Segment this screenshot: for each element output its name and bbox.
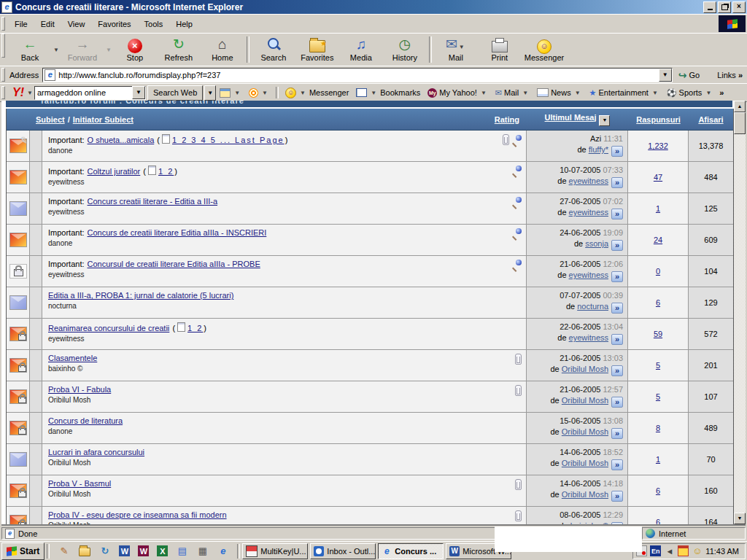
highlight-button[interactable]: ▼: [249, 88, 269, 98]
thread-title-link[interactable]: O shueta...amicala: [88, 136, 155, 144]
replies-count-link[interactable]: 1: [656, 455, 660, 464]
scroll-down-button[interactable]: ▼: [734, 513, 746, 524]
last-poster-link[interactable]: fluffy*: [589, 145, 608, 154]
wordpad-shortcut-icon[interactable]: W: [138, 545, 149, 556]
close-button[interactable]: ×: [732, 1, 746, 13]
minimize-button[interactable]: [703, 1, 716, 13]
goto-last-post-icon[interactable]: »: [611, 428, 623, 439]
replies-count-link[interactable]: 1: [656, 204, 660, 213]
word-shortcut-icon[interactable]: W: [119, 545, 130, 556]
yahoo-mail-item[interactable]: ✉Mail▼: [495, 88, 530, 98]
language-indicator[interactable]: En: [650, 545, 661, 556]
goto-last-post-icon[interactable]: »: [611, 146, 623, 157]
mail-button[interactable]: ✉▼ Mail: [434, 34, 478, 66]
sort-direction-icon[interactable]: ▼: [599, 115, 610, 126]
yahoo-bookmarks-item[interactable]: ▼Bookmarks: [356, 88, 420, 97]
yahoo-search-dropdown[interactable]: ▼: [132, 86, 145, 99]
goto-last-post-icon[interactable]: »: [611, 365, 623, 376]
goto-last-post-icon[interactable]: »: [611, 177, 623, 188]
favorites-button[interactable]: ★ Favorites: [295, 34, 339, 66]
restore-button[interactable]: [718, 1, 731, 13]
yahoo-sports-item[interactable]: ⚽Sports▼: [667, 88, 713, 98]
toolbar-grip[interactable]: [1, 34, 5, 58]
menu-view[interactable]: View: [61, 18, 92, 31]
history-button[interactable]: ◷ History: [383, 34, 427, 66]
toolbar-grip[interactable]: [1, 68, 5, 81]
vertical-scrollbar[interactable]: ▲ ▼: [734, 101, 746, 524]
thread-title-link[interactable]: Reanimarea concursului de creatii: [48, 324, 169, 332]
last-poster-link[interactable]: Oribilul Mosh: [562, 490, 608, 499]
display-tray-icon[interactable]: [678, 545, 689, 556]
print-button[interactable]: Print: [478, 34, 522, 66]
volume-icon[interactable]: ◄: [664, 545, 675, 556]
address-input[interactable]: e http://www.fanclub.ro/forumdisplay.php…: [42, 68, 672, 82]
last-poster-link[interactable]: eyewitness: [569, 271, 608, 279]
replies-count-link[interactable]: 5: [656, 361, 660, 370]
last-poster-link[interactable]: Oribilul Mosh: [562, 427, 608, 436]
page-links[interactable]: 1 2: [187, 324, 203, 332]
replies-count-link[interactable]: 59: [654, 330, 662, 338]
replies-count-link[interactable]: 6: [656, 486, 660, 495]
yahoo-search-input[interactable]: armageddon online ▼: [34, 86, 146, 100]
page-links[interactable]: 1 2 3 4 5 ... Last Page: [172, 136, 285, 144]
last-poster-link[interactable]: ssonja: [585, 239, 608, 248]
forward-dropdown[interactable]: ▼: [106, 47, 112, 53]
folder-shortcut-icon[interactable]: [78, 545, 90, 557]
thread-title-link[interactable]: Proba VI - Fabula: [48, 385, 111, 394]
yahoo-news-item[interactable]: News▼: [537, 88, 581, 97]
toolbar-grip[interactable]: [1, 17, 5, 31]
goto-last-post-icon[interactable]: »: [611, 240, 623, 251]
thread-title-link[interactable]: Concurs de literatura: [48, 416, 123, 425]
search-web-button[interactable]: Search Web: [147, 85, 203, 101]
yahoo-entertainment-item[interactable]: ★Entertainment▼: [589, 88, 659, 98]
ie-shortcut-icon[interactable]: e: [217, 545, 229, 557]
task-button-ie-concurs[interactable]: e Concurs ...: [378, 543, 444, 559]
menu-tools[interactable]: Tools: [138, 18, 170, 31]
yahoo-logo-dropdown[interactable]: ▼: [27, 90, 33, 96]
back-dropdown[interactable]: ▼: [53, 47, 59, 53]
stop-button[interactable]: × Stop: [113, 34, 157, 66]
toolbar-grip[interactable]: [1, 86, 5, 100]
menu-edit[interactable]: Edit: [34, 18, 61, 31]
links-chevron[interactable]: »: [738, 71, 743, 79]
sort-views-link[interactable]: Afisari: [698, 115, 723, 124]
thread-title-link[interactable]: Lucrari in afara concursului: [48, 448, 144, 456]
yahoo-overflow-chevron[interactable]: »: [719, 88, 724, 97]
customize-button[interactable]: ▼: [220, 88, 241, 98]
excel-shortcut-icon[interactable]: X: [157, 545, 168, 556]
last-poster-link[interactable]: nocturna: [577, 302, 608, 311]
sort-rating-link[interactable]: Rating: [495, 115, 527, 124]
back-button[interactable]: ← Back: [8, 34, 52, 66]
sync-shortcut-icon[interactable]: ↻: [98, 545, 111, 557]
last-poster-link[interactable]: eyewitness: [569, 208, 608, 217]
goto-last-post-icon[interactable]: »: [611, 459, 623, 470]
calculator-shortcut-icon[interactable]: ▦: [196, 545, 209, 557]
replies-count-link[interactable]: 6: [656, 298, 660, 307]
goto-last-post-icon[interactable]: »: [611, 491, 623, 502]
yahoo-logo[interactable]: Y!: [12, 86, 24, 99]
replies-count-link[interactable]: 0: [656, 267, 660, 276]
yahoo-messenger-item[interactable]: ☺ ▼Messenger: [285, 88, 349, 98]
task-button-outlook[interactable]: Inbox - Outl...: [310, 543, 376, 559]
thread-title-link[interactable]: Proba V - Basmul: [48, 479, 111, 488]
thread-title-link[interactable]: Concurs creatii literare - Editia a III-…: [88, 197, 218, 206]
replies-count-link[interactable]: 24: [654, 236, 662, 244]
thread-title-link[interactable]: Clasamentele: [48, 354, 97, 362]
replies-count-link[interactable]: 47: [654, 173, 662, 182]
thread-title-link[interactable]: Proba IV - eseu despre ce inseamna sa fi…: [48, 510, 227, 519]
refresh-button[interactable]: ↻ Refresh: [157, 34, 201, 66]
menu-help[interactable]: Help: [169, 18, 199, 31]
yahoo-messenger-tray-icon[interactable]: ☺: [692, 545, 703, 556]
messenger-button[interactable]: ☺ Messenger: [522, 34, 567, 66]
document-shortcut-icon[interactable]: ▤: [176, 545, 188, 557]
sort-initiator-link[interactable]: Initiator Subiect: [73, 115, 133, 124]
replies-count-link[interactable]: 5: [656, 392, 660, 401]
goto-last-post-icon[interactable]: »: [611, 303, 623, 314]
page-links[interactable]: 1 2: [158, 167, 174, 176]
menu-file[interactable]: File: [8, 18, 34, 31]
sort-subject-link[interactable]: Subiect: [36, 115, 65, 124]
sort-replies-link[interactable]: Raspunsuri: [636, 115, 681, 124]
last-poster-link[interactable]: Oribilul Mosh: [562, 365, 608, 373]
thread-title-link[interactable]: Coltzul juratilor: [88, 167, 141, 176]
thread-title-link[interactable]: Concurs de creatii literare Editia aIIIa…: [88, 228, 267, 237]
